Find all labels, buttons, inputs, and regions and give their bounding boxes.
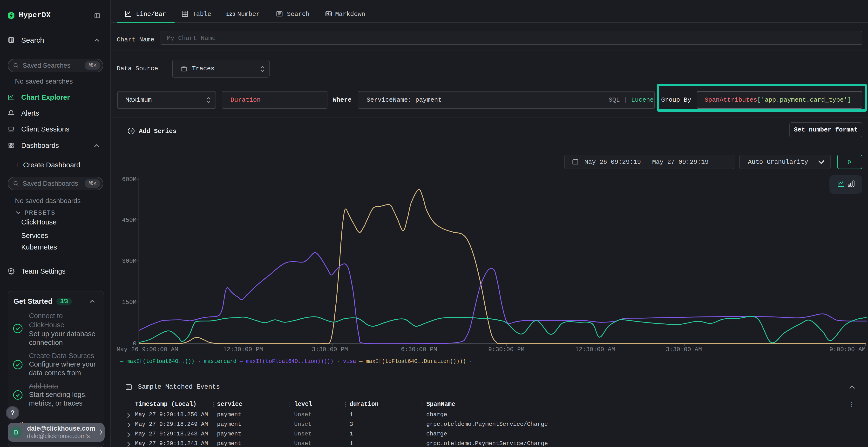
svg-text:450M: 450M bbox=[122, 217, 136, 224]
svg-text:600M: 600M bbox=[122, 176, 136, 183]
svg-text:May 26 9:00:00 AM: May 26 9:00:00 AM bbox=[117, 346, 178, 352]
svg-text:9:00:00 AM: 9:00:00 AM bbox=[830, 346, 866, 352]
svg-text:3:30:00 AM: 3:30:00 AM bbox=[666, 346, 702, 352]
svg-text:12:30:00 PM: 12:30:00 PM bbox=[223, 346, 263, 352]
svg-text:6:30:00 PM: 6:30:00 PM bbox=[401, 346, 437, 352]
svg-text:3:30:00 PM: 3:30:00 PM bbox=[312, 346, 348, 352]
svg-text:12:30:00 AM: 12:30:00 AM bbox=[575, 346, 615, 352]
svg-text:150M: 150M bbox=[122, 299, 136, 306]
svg-text:9:30:00 PM: 9:30:00 PM bbox=[488, 346, 524, 352]
svg-text:300M: 300M bbox=[122, 258, 136, 265]
